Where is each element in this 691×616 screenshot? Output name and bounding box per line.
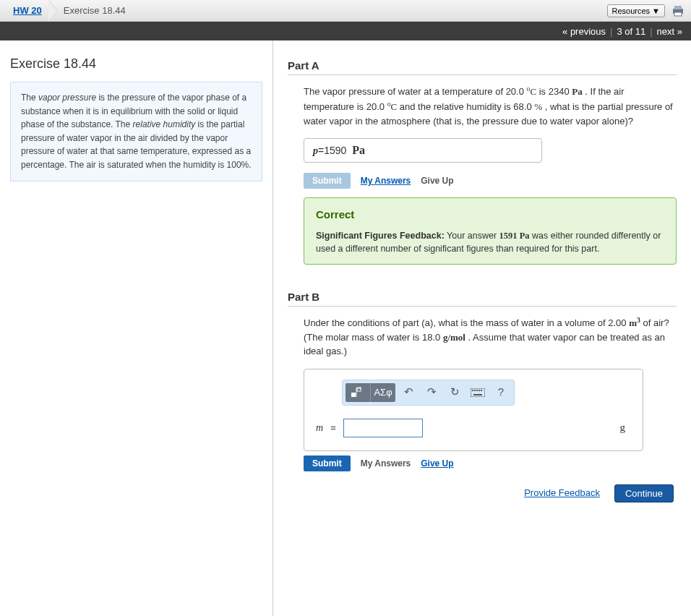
- my-answers-link[interactable]: My Answers: [361, 457, 411, 470]
- answer-var: m: [316, 420, 323, 435]
- answer-value: 1590: [324, 143, 346, 158]
- chevron-down-icon: ▼: [652, 7, 660, 15]
- chevron-right-icon: [49, 0, 58, 22]
- svg-rect-8: [476, 390, 478, 391]
- exercise-title: Exercise 18.44: [10, 56, 262, 72]
- svg-rect-2: [674, 12, 682, 16]
- part-b-buttons: Submit My Answers Give Up: [304, 455, 677, 471]
- svg-rect-3: [351, 393, 356, 397]
- question-text: and the relative humidity is 68.0: [397, 101, 534, 112]
- toolbar-group-format: ΑΣφ: [346, 383, 395, 402]
- breadcrumb: HW 20 Exercise 18.44: [6, 0, 133, 22]
- question-text: Under the conditions of part (a), what i…: [304, 317, 629, 328]
- context-text: The: [21, 93, 38, 103]
- part-a-question: The vapor pressure of water at a tempera…: [304, 84, 677, 128]
- part-a-buttons: Submit My Answers Give Up: [304, 173, 677, 189]
- unit-m3: m3: [629, 317, 640, 328]
- part-b-question: Under the conditions of part (a), what i…: [304, 315, 677, 359]
- feedback-value: 1591 Pa: [499, 231, 530, 241]
- nav-separator: |: [610, 26, 612, 37]
- nav-bar: « previous | 3 of 11 | next »: [0, 22, 691, 40]
- continue-button[interactable]: Continue: [614, 484, 674, 502]
- topbar-actions: Resources ▼: [607, 4, 685, 17]
- print-icon[interactable]: [671, 4, 685, 17]
- answer-unit: Pa: [352, 142, 365, 159]
- undo-icon[interactable]: ↶: [398, 383, 419, 402]
- equation-toolbar: ΑΣφ ↶ ↷ ↻ ?: [342, 380, 515, 406]
- nav-previous[interactable]: « previous: [562, 26, 606, 37]
- toolbar-template-icon[interactable]: [346, 383, 370, 402]
- left-column: Exercise 18.44 The vapor pressure is the…: [0, 40, 273, 616]
- unit-gmol: g/mol: [443, 332, 465, 343]
- context-term: relative humidity: [133, 119, 196, 129]
- nav-position: 3 of 11: [617, 26, 645, 37]
- part-b-body: Under the conditions of part (a), what i…: [288, 315, 677, 502]
- svg-rect-9: [478, 390, 480, 391]
- answer-input-line: m = g: [316, 419, 631, 437]
- top-bar: HW 20 Exercise 18.44 Resources ▼: [0, 0, 691, 22]
- main-content: Exercise 18.44 The vapor pressure is the…: [0, 40, 691, 616]
- my-answers-link[interactable]: My Answers: [361, 174, 411, 187]
- unit-degc: oC: [387, 101, 398, 112]
- unit-pa: Pa: [572, 86, 582, 97]
- right-column: Part A The vapor pressure of water at a …: [273, 40, 691, 616]
- svg-rect-7: [474, 390, 476, 391]
- help-icon[interactable]: ?: [491, 383, 511, 402]
- provide-feedback-link[interactable]: Provide Feedback: [524, 486, 600, 500]
- toolbar-greek-icon[interactable]: ΑΣφ: [371, 383, 395, 402]
- part-a-body: The vapor pressure of water at a tempera…: [288, 84, 677, 265]
- part-a: Part A The vapor pressure of water at a …: [288, 59, 677, 265]
- feedback-label: Significant Figures Feedback:: [316, 231, 445, 241]
- feedback-title: Correct: [316, 207, 664, 223]
- answer-var: p: [313, 143, 318, 158]
- breadcrumb-exercise: Exercise 18.44: [56, 5, 133, 16]
- svg-rect-10: [481, 390, 482, 391]
- part-b: Part B Under the conditions of part (a),…: [288, 291, 677, 502]
- keyboard-icon[interactable]: [468, 383, 488, 402]
- nav-separator: |: [650, 26, 652, 37]
- resources-dropdown[interactable]: Resources ▼: [607, 4, 665, 17]
- feedback-box: Correct Significant Figures Feedback: Yo…: [304, 197, 677, 265]
- submit-button[interactable]: Submit: [304, 455, 351, 471]
- part-a-header: Part A: [288, 59, 677, 75]
- question-text: The vapor pressure of water at a tempera…: [304, 86, 527, 97]
- answer-display: p = 1590 Pa: [304, 138, 542, 163]
- answer-input-frame: ΑΣφ ↶ ↷ ↻ ? m = g: [304, 369, 643, 451]
- answer-unit: g: [620, 419, 632, 436]
- unit-percent: %: [534, 101, 542, 112]
- answer-eq: =: [318, 143, 324, 158]
- feedback-message: Significant Figures Feedback: Your answe…: [316, 229, 664, 255]
- context-box: The vapor pressure is the pressure of th…: [10, 82, 262, 181]
- reset-icon[interactable]: ↻: [445, 383, 465, 402]
- breadcrumb-hw-link[interactable]: HW 20: [6, 5, 49, 16]
- question-text: is 2340: [536, 86, 572, 97]
- footer-actions: Provide Feedback Continue: [304, 484, 677, 502]
- nav-next[interactable]: next »: [657, 26, 682, 37]
- context-term: vapor pressure: [38, 93, 96, 103]
- svg-rect-1: [674, 6, 682, 9]
- svg-rect-11: [473, 394, 482, 395]
- submit-button[interactable]: Submit: [304, 173, 351, 189]
- unit-degc: oC: [527, 86, 537, 97]
- give-up-link[interactable]: Give Up: [421, 174, 453, 187]
- give-up-link[interactable]: Give Up: [421, 457, 453, 470]
- redo-icon[interactable]: ↷: [421, 383, 442, 402]
- svg-rect-5: [471, 388, 485, 397]
- feedback-text: Your answer: [445, 231, 499, 241]
- resources-label: Resources: [612, 7, 651, 15]
- svg-rect-6: [472, 390, 473, 391]
- answer-input[interactable]: [343, 419, 423, 437]
- part-b-header: Part B: [288, 291, 677, 307]
- answer-eq: =: [330, 421, 336, 435]
